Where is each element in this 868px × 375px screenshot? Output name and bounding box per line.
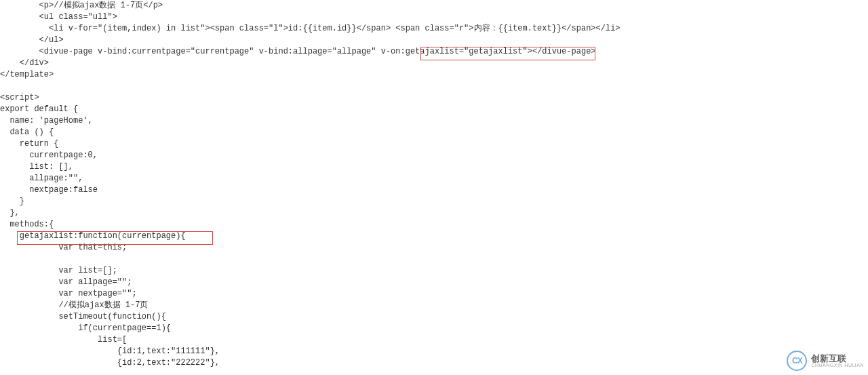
code-line: </template> [0, 70, 54, 79]
code-line: }, [0, 208, 20, 218]
code-line: var allpage=""; [0, 277, 132, 287]
code-line: <p>//模拟ajax数据 1-7页</p> [0, 1, 163, 10]
code-line: //模拟ajax数据 1-7页 [0, 300, 148, 310]
watermark-logo-icon: CX [787, 351, 807, 371]
code-line: currentpage:0, [0, 151, 98, 160]
code-line: var list=[]; [0, 266, 117, 275]
code-line: <divue-page v-bind:currentpage="currentp… [0, 47, 596, 56]
code-line: nextpage:false [0, 185, 98, 195]
code-line: <li v-for="(item,index) in list"><span c… [0, 24, 620, 33]
code-line: export default { [0, 104, 78, 114]
code-line: getajaxlist:function(currentpage){ [0, 231, 186, 241]
watermark-title: 创新互联 [811, 354, 864, 363]
code-line: data () { [0, 127, 54, 137]
code-line: } [0, 197, 24, 206]
code-line: <ul class="ull"> [0, 12, 117, 22]
code-line: return { [0, 139, 58, 149]
code-line: list: [], [0, 162, 73, 172]
watermark-logo-text: CX [792, 355, 802, 367]
code-block: <p>//模拟ajax数据 1-7页</p> <ul class="ull"> … [0, 0, 868, 369]
watermark-text: 创新互联 CHUANGXIN HULIAN [811, 354, 864, 368]
code-line: <script> [0, 93, 39, 102]
watermark-sub: CHUANGXIN HULIAN [811, 363, 864, 368]
code-line: {id:2,text:"222222"}, [0, 358, 220, 368]
watermark: CX 创新互联 CHUANGXIN HULIAN [787, 351, 864, 371]
code-line: </div> [0, 58, 49, 68]
code-line: if(currentpage==1){ [0, 323, 171, 333]
code-line: var nextpage=""; [0, 289, 137, 298]
code-line: methods:{ [0, 220, 54, 229]
code-line: allpage:"", [0, 174, 83, 183]
code-line: list=[ [0, 335, 127, 344]
code-line: name: 'pageHome', [0, 116, 93, 125]
code-line: setTimeout(function(){ [0, 312, 166, 321]
code-line: {id:1,text:"111111"}, [0, 347, 220, 356]
code-line: var that=this; [0, 243, 127, 252]
code-line: </ul> [0, 35, 64, 45]
